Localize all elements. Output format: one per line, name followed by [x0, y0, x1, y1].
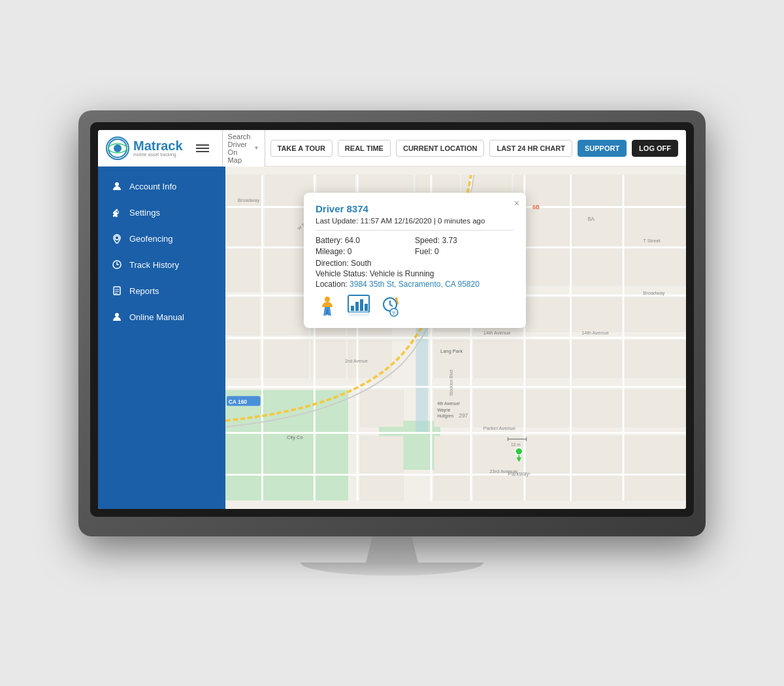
- screen-bezel: Matrack mobile asset tracking Search Dri…: [90, 122, 694, 517]
- navbar: Matrack mobile asset tracking Search Dri…: [98, 130, 686, 167]
- svg-text:297: 297: [459, 412, 468, 419]
- logoff-button[interactable]: LOG OFF: [632, 140, 678, 157]
- real-time-button[interactable]: REAL TIME: [338, 140, 391, 157]
- svg-point-1: [114, 144, 122, 152]
- popup-location: Location: 3984 35th St, Sacramento, CA 9…: [316, 280, 514, 289]
- take-tour-button[interactable]: TAKE A TOUR: [270, 140, 333, 157]
- svg-text:Broadway: Broadway: [238, 197, 260, 203]
- battery-value: 64.0: [345, 236, 360, 245]
- content-area: Account Info Settings Geof: [98, 167, 686, 509]
- svg-rect-65: [625, 390, 686, 427]
- svg-rect-42: [225, 298, 259, 335]
- popup-navigate-icon[interactable]: [316, 294, 339, 318]
- sidebar-item-geofencing[interactable]: Geofencing: [98, 225, 225, 252]
- map-area[interactable]: Broadway 39th Street 48th Street T Stree…: [225, 167, 686, 509]
- svg-rect-135: [365, 304, 368, 311]
- svg-rect-59: [625, 341, 686, 378]
- geofencing-icon: [111, 233, 123, 244]
- hamburger-button[interactable]: [193, 142, 212, 155]
- svg-text:Wayne: Wayne: [437, 408, 451, 413]
- svg-rect-20: [625, 175, 686, 206]
- popup-close-button[interactable]: ×: [514, 198, 519, 208]
- svg-rect-58: [572, 341, 621, 378]
- svg-rect-66: [361, 436, 404, 472]
- logo-icon: [106, 137, 129, 160]
- location-link[interactable]: 3984 35th St, Sacramento, CA 95820: [350, 280, 480, 289]
- reports-icon: [111, 285, 123, 297]
- svg-text:14th Avenue: 14th Avenue: [483, 330, 511, 336]
- svg-text:Parkway-: Parkway-: [508, 471, 531, 478]
- svg-rect-75: [527, 476, 570, 501]
- svg-point-4: [115, 236, 119, 240]
- svg-rect-41: [625, 249, 686, 286]
- svg-text:4th Avenue/: 4th Avenue/: [437, 401, 460, 406]
- svg-rect-62: [474, 390, 523, 427]
- last-24hr-chart-button[interactable]: LAST 24 HR CHART: [489, 140, 572, 157]
- svg-text:Lang Park: Lang Park: [440, 349, 463, 355]
- svg-rect-71: [625, 436, 686, 472]
- fuel-label: Fuel:: [415, 247, 434, 256]
- svg-rect-77: [625, 476, 686, 501]
- svg-text:Hultgren: Hultgren: [437, 414, 453, 419]
- support-button[interactable]: SUPPORT: [578, 140, 627, 157]
- sidebar: Account Info Settings Geof: [98, 167, 225, 509]
- svg-rect-57: [527, 341, 570, 378]
- sidebar-item-reports[interactable]: Reports: [98, 278, 225, 304]
- settings-icon: [111, 206, 123, 218]
- online-manual-label: Online Manual: [129, 312, 184, 322]
- svg-rect-49: [572, 298, 621, 332]
- settings-label: Settings: [129, 208, 160, 218]
- online-manual-icon: [111, 311, 123, 323]
- svg-rect-69: [527, 436, 570, 472]
- svg-rect-72: [361, 476, 404, 501]
- sidebar-item-online-manual[interactable]: Online Manual: [98, 304, 225, 330]
- svg-rect-74: [474, 476, 523, 501]
- sidebar-item-track-history[interactable]: Track History: [98, 252, 225, 278]
- svg-rect-64: [572, 390, 621, 427]
- svg-text:Broadway: Broadway: [643, 290, 665, 296]
- svg-rect-134: [360, 299, 363, 311]
- svg-rect-34: [262, 249, 308, 292]
- svg-text:6B: 6B: [532, 204, 540, 210]
- svg-rect-30: [225, 390, 348, 500]
- svg-rect-28: [572, 209, 621, 246]
- monitor-body: Matrack mobile asset tracking Search Dri…: [78, 110, 706, 536]
- dropdown-arrow-icon: ▼: [254, 145, 259, 151]
- svg-rect-40: [572, 249, 621, 286]
- popup-last-update: Last Update: 11:57 AM 12/16/2020 | 0 min…: [316, 217, 514, 231]
- svg-rect-19: [572, 175, 621, 206]
- fuel-label-value: Fuel: 0: [415, 247, 514, 256]
- logo-subtitle: mobile asset tracking: [133, 152, 183, 157]
- logo-text: Matrack mobile asset tracking: [133, 139, 183, 157]
- svg-text:10 m: 10 m: [511, 442, 521, 447]
- svg-rect-39: [527, 249, 570, 286]
- sidebar-item-account-info[interactable]: Account Info: [98, 173, 225, 199]
- svg-text:14th Avenue: 14th Avenue: [581, 330, 609, 336]
- search-driver-dropdown[interactable]: Search Driver On Map ▼: [222, 130, 265, 168]
- mileage-label: Mileage:: [316, 247, 348, 256]
- popup-driver-name: Driver 8374: [316, 203, 514, 214]
- svg-rect-63: [527, 390, 570, 427]
- svg-text:Parker Avenue: Parker Avenue: [483, 425, 515, 431]
- geofencing-label: Geofencing: [129, 234, 173, 244]
- svg-point-129: [325, 297, 330, 302]
- logo-name: Matrack: [133, 139, 183, 152]
- svg-text:T Street: T Street: [643, 238, 661, 244]
- speed-label-value: Speed: 3.73: [415, 236, 514, 245]
- direction-value: South: [351, 259, 371, 268]
- popup-history-icon[interactable]: ?: [378, 294, 402, 318]
- svg-rect-76: [572, 476, 621, 501]
- speed-value: 3.73: [442, 236, 457, 245]
- svg-rect-51: [225, 341, 259, 378]
- current-location-button[interactable]: CURRENT LOCATION: [396, 140, 484, 157]
- search-placeholder: Search Driver On Map: [228, 133, 252, 164]
- reports-label: Reports: [129, 286, 159, 296]
- svg-rect-56: [474, 341, 523, 378]
- svg-rect-43: [262, 298, 308, 335]
- vehicle-status-value: Vehicle is Running: [370, 269, 434, 278]
- monitor-stand-base: [301, 563, 483, 576]
- svg-point-127: [515, 448, 523, 455]
- svg-rect-33: [225, 249, 259, 292]
- popup-chart-icon[interactable]: [347, 294, 370, 318]
- sidebar-item-settings[interactable]: Settings: [98, 199, 225, 225]
